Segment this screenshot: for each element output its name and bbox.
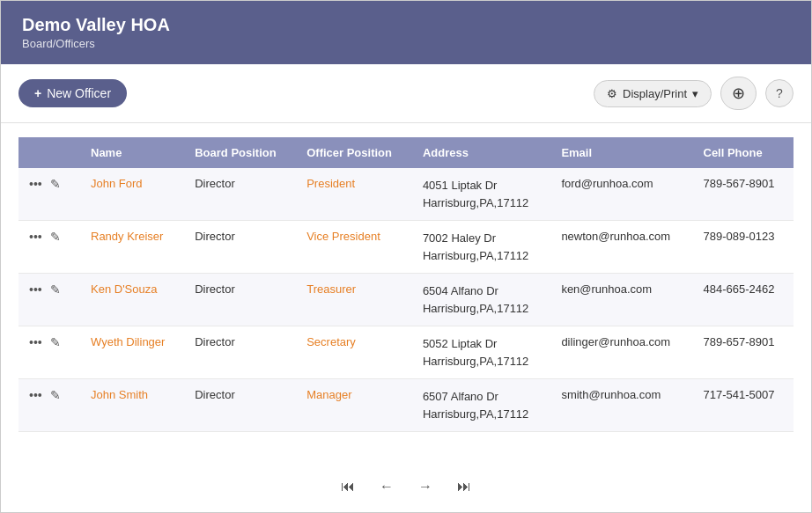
row-name: John Ford	[80, 168, 184, 221]
col-header-email: Email	[550, 137, 692, 168]
more-actions-icon[interactable]: •••	[29, 388, 42, 402]
table-row: ••• ✎ John Ford Director President 4051 …	[18, 168, 794, 221]
header-title: Demo Valley HOA	[22, 15, 790, 35]
toolbar: New Officer Display/Print ⊕ ?	[1, 64, 811, 123]
row-address: 5052 Liptak DrHarrisburg,PA,17112	[412, 326, 550, 379]
row-officer-position: Treasurer	[296, 274, 412, 326]
row-name: Randy Kreiser	[80, 221, 184, 274]
row-email: dilinger@runhoa.com	[550, 326, 692, 379]
name-link[interactable]: John Ford	[91, 177, 143, 190]
row-email: ken@runhoa.com	[550, 274, 692, 326]
row-name: Ken D'Souza	[80, 274, 184, 326]
row-board-position: Director	[184, 168, 296, 221]
row-name: John Smith	[80, 379, 184, 432]
pagination-last-button[interactable]: ⏭	[450, 475, 478, 498]
row-board-position: Director	[184, 379, 296, 432]
app-container: Demo Valley HOA Board/Officers New Offic…	[0, 0, 812, 513]
help-button[interactable]: ?	[765, 79, 794, 107]
edit-icon[interactable]: ✎	[50, 177, 61, 191]
more-actions-icon[interactable]: •••	[29, 282, 42, 297]
more-actions-icon[interactable]: •••	[29, 335, 42, 349]
link-icon: ⊕	[732, 84, 745, 103]
table-row: ••• ✎ Randy Kreiser Director Vice Presid…	[18, 221, 794, 274]
row-name: Wyeth Dilinger	[80, 326, 184, 379]
table-row: ••• ✎ Ken D'Souza Director Treasurer 650…	[18, 274, 794, 326]
edit-icon[interactable]: ✎	[50, 335, 61, 349]
row-officer-position: Manager	[296, 379, 412, 432]
row-cell-phone: 484-665-2462	[693, 274, 794, 326]
new-officer-label: New Officer	[47, 86, 111, 100]
row-address: 7002 Haley DrHarrisburg,PA,17112	[412, 221, 550, 274]
row-actions: ••• ✎	[18, 168, 80, 221]
display-print-button[interactable]: Display/Print	[594, 80, 712, 107]
row-actions: ••• ✎	[18, 221, 80, 274]
pagination-prev-button[interactable]: ←	[373, 475, 401, 498]
pagination-first-button[interactable]: ⏮	[334, 475, 362, 498]
col-header-name: Name	[80, 137, 184, 168]
plus-icon	[34, 86, 41, 100]
name-link[interactable]: Randy Kreiser	[91, 230, 163, 243]
pagination-next-button[interactable]: →	[411, 475, 439, 498]
table-header-row: Name Board Position Officer Position Add…	[18, 137, 794, 168]
name-link[interactable]: John Smith	[91, 388, 148, 401]
row-email: newton@runhoa.com	[550, 221, 692, 274]
col-header-cell-phone: Cell Phone	[693, 137, 794, 168]
row-address: 6507 Alfano DrHarrisburg,PA,17112	[412, 379, 550, 432]
row-email: ford@runhoa.com	[550, 168, 692, 221]
row-board-position: Director	[184, 274, 296, 326]
row-cell-phone: 789-089-0123	[693, 221, 794, 274]
display-print-label: Display/Print	[623, 87, 687, 100]
edit-icon[interactable]: ✎	[50, 388, 61, 402]
edit-icon[interactable]: ✎	[50, 230, 61, 244]
row-address: 6504 Alfano DrHarrisburg,PA,17112	[412, 274, 550, 326]
row-cell-phone: 789-657-8901	[693, 326, 794, 379]
col-header-officer-position: Officer Position	[296, 137, 412, 168]
table-container: Name Board Position Officer Position Add…	[1, 123, 811, 461]
name-link[interactable]: Ken D'Souza	[91, 282, 157, 296]
name-link[interactable]: Wyeth Dilinger	[91, 335, 165, 348]
row-board-position: Director	[184, 326, 296, 379]
row-address: 4051 Liptak DrHarrisburg,PA,17112	[412, 168, 550, 221]
table-row: ••• ✎ Wyeth Dilinger Director Secretary …	[18, 326, 794, 379]
officers-table: Name Board Position Officer Position Add…	[18, 137, 794, 432]
gear-icon	[607, 87, 617, 100]
col-header-address: Address	[412, 137, 550, 168]
row-email: smith@runhoa.com	[550, 379, 692, 432]
table-row: ••• ✎ John Smith Director Manager 6507 A…	[18, 379, 794, 432]
row-actions: ••• ✎	[18, 274, 80, 326]
more-actions-icon[interactable]: •••	[29, 230, 42, 244]
edit-icon[interactable]: ✎	[50, 282, 61, 297]
row-officer-position: President	[296, 168, 412, 221]
table-body: ••• ✎ John Ford Director President 4051 …	[18, 168, 794, 432]
row-cell-phone: 789-567-8901	[693, 168, 794, 221]
header: Demo Valley HOA Board/Officers	[1, 1, 811, 64]
new-officer-button[interactable]: New Officer	[18, 79, 127, 107]
row-officer-position: Secretary	[296, 326, 412, 379]
row-actions: ••• ✎	[18, 326, 80, 379]
col-header-board-position: Board Position	[184, 137, 296, 168]
col-header-actions	[18, 137, 80, 168]
row-cell-phone: 717-541-5007	[693, 379, 794, 432]
row-officer-position: Vice President	[296, 221, 412, 274]
help-label: ?	[776, 86, 783, 100]
pagination: ⏮ ← → ⏭	[1, 461, 811, 512]
header-subtitle: Board/Officers	[22, 37, 790, 50]
more-actions-icon[interactable]: •••	[29, 177, 42, 191]
link-button[interactable]: ⊕	[720, 77, 757, 110]
chevron-down-icon	[692, 87, 698, 100]
row-board-position: Director	[184, 221, 296, 274]
row-actions: ••• ✎	[18, 379, 80, 432]
